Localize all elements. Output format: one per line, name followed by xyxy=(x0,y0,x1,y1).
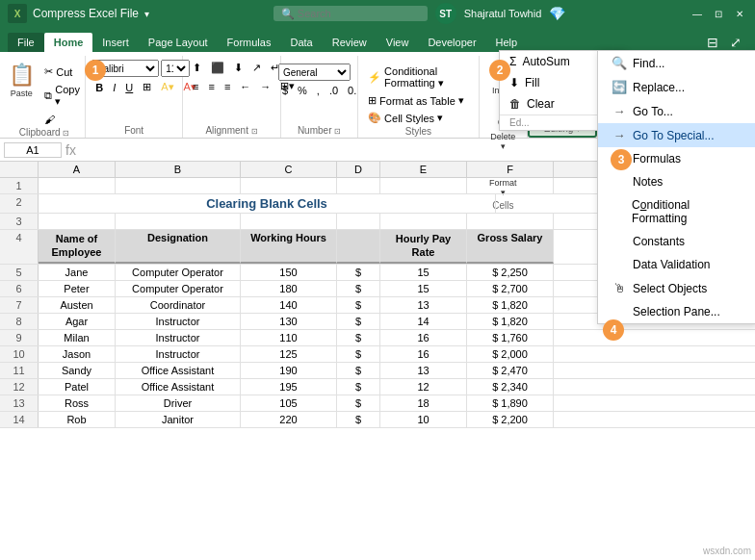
bold-button[interactable]: B xyxy=(91,79,107,95)
cell-1f[interactable] xyxy=(467,178,554,193)
cell-1b[interactable] xyxy=(116,178,241,193)
header-hours[interactable]: Working Hours xyxy=(241,230,337,264)
minimize-button[interactable]: — xyxy=(690,6,705,21)
tab-file[interactable]: File xyxy=(8,33,44,52)
underline-button[interactable]: U xyxy=(121,79,137,95)
title-bar-right: — ⊡ ✕ xyxy=(690,6,747,21)
header-designation[interactable]: Designation xyxy=(116,230,241,264)
tab-view[interactable]: View xyxy=(377,33,419,52)
replace-item[interactable]: 🔄 Replace... xyxy=(598,75,755,99)
align-middle-button[interactable]: ⬛ xyxy=(207,60,228,76)
alignment-group: ⬆ ⬛ ⬇ ↗ ↵ ≡ ≡ ≡ ← → ⊞▾ Alignment ⊡ xyxy=(183,56,281,138)
cell-1d[interactable] xyxy=(337,178,380,193)
dec-inc-button[interactable]: .0 xyxy=(325,83,342,98)
format-as-table-button[interactable]: ⊞ Format as Table ▾ xyxy=(364,92,473,109)
number-label: Number ⊡ xyxy=(298,125,341,138)
tab-formulas[interactable]: Formulas xyxy=(218,33,281,52)
percent-button[interactable]: % xyxy=(294,83,311,98)
restore-button[interactable]: ⊡ xyxy=(711,6,726,21)
fill-down-icon: ⬇ xyxy=(509,76,519,89)
formulas-item[interactable]: Formulas xyxy=(598,147,755,170)
find-select-dropdown: 🔍 Find... 🔄 Replace... → Go To... → Go T… xyxy=(597,50,755,324)
comma-button[interactable]: , xyxy=(313,83,324,98)
fill-color-button[interactable]: A▾ xyxy=(157,79,177,95)
goto-icon: → xyxy=(612,104,627,118)
notes-item[interactable]: Notes xyxy=(598,170,755,193)
title-bar-center: ST Shajratul Towhid 💎 xyxy=(273,3,566,24)
align-left-button[interactable]: ≡ xyxy=(189,78,202,94)
tab-help[interactable]: Help xyxy=(486,33,528,52)
constants-item[interactable]: Constants xyxy=(598,230,755,253)
cell-1e[interactable] xyxy=(380,178,467,193)
conditional-formatting-item[interactable]: Conditional Formatting xyxy=(598,193,755,230)
table-row: 12 Patel Office Assistant 195 $ 12 $ 2,3… xyxy=(0,379,755,395)
tab-insert[interactable]: Insert xyxy=(92,33,139,52)
copy-icon: ⧉ xyxy=(44,89,52,102)
tab-page-layout[interactable]: Page Layout xyxy=(139,33,218,52)
header-rate-dollar[interactable] xyxy=(337,230,380,264)
title-cell[interactable]: Clearing Blank Cells xyxy=(39,194,496,213)
table-row: 9 Milan Instructor 110 $ 16 $ 1,760 xyxy=(0,330,755,346)
ribbon-collapse-button[interactable]: ⊟ xyxy=(701,33,724,52)
align-right-button[interactable]: ≡ xyxy=(221,78,234,94)
orientation-button[interactable]: ↗ xyxy=(248,60,265,76)
col-header-c[interactable]: C xyxy=(241,162,337,177)
select-objects-item[interactable]: 🖱 Select Objects xyxy=(598,276,755,300)
col-header-f[interactable]: F xyxy=(467,162,554,177)
styles-group: ⚡ Conditional Formatting ▾ ⊞ Format as T… xyxy=(358,56,480,138)
font-family-select[interactable]: Calibri xyxy=(91,60,159,77)
align-bottom-button[interactable]: ⬇ xyxy=(230,60,247,76)
col-header-a[interactable]: A xyxy=(39,162,116,177)
header-name[interactable]: Name ofEmployee xyxy=(39,230,116,264)
paste-button[interactable]: 📋 Paste xyxy=(4,60,39,101)
col-header-b[interactable]: B xyxy=(116,162,241,177)
border-button[interactable]: ⊞ xyxy=(139,79,155,95)
italic-button[interactable]: I xyxy=(109,79,119,95)
find-item[interactable]: 🔍 Find... xyxy=(598,51,755,75)
cell-1c[interactable] xyxy=(241,178,337,193)
title-bar: X Compress Excel File ▾ ST Shajratul Tow… xyxy=(0,0,755,27)
title-search[interactable] xyxy=(273,6,428,21)
col-header-d[interactable]: D xyxy=(337,162,380,177)
diamond-icon: 💎 xyxy=(549,6,565,21)
indent-inc-button[interactable]: → xyxy=(256,78,274,94)
cond-fmt-icon: ⚡ xyxy=(368,71,381,84)
header-gross-salary[interactable]: Gross Salary xyxy=(467,230,554,264)
user-name: Shajratul Towhid xyxy=(464,8,542,19)
number-format-select[interactable]: General xyxy=(278,64,351,81)
col-header-e[interactable]: E xyxy=(380,162,467,177)
tab-review[interactable]: Review xyxy=(323,33,377,52)
copy-button[interactable]: ⧉ Copy ▾ xyxy=(40,82,85,110)
cut-button[interactable]: ✂ Cut xyxy=(40,64,85,80)
dropdown-arrow[interactable]: ▾ xyxy=(144,9,149,19)
font-group: Calibri 11 B I U ⊞ A▾ A▾ Font xyxy=(86,56,183,138)
format-painter-button[interactable]: 🖌 xyxy=(40,112,85,127)
cell-styles-icon: 🎨 xyxy=(368,112,381,124)
align-top-button[interactable]: ⬆ xyxy=(189,60,205,76)
close-button[interactable]: ✕ xyxy=(732,6,747,21)
goto-item[interactable]: → Go To... xyxy=(598,99,755,123)
table-row: 11 Sandy Office Assistant 190 $ 13 $ 2,4… xyxy=(0,363,755,379)
table-row: 14 Rob Janitor 220 $ 10 $ 2,200 xyxy=(0,412,755,428)
selection-pane-item[interactable]: Selection Pane... xyxy=(598,300,755,323)
alignment-label: Alignment ⊡ xyxy=(205,125,257,138)
data-validation-item[interactable]: Data Validation xyxy=(598,253,755,276)
align-center-button[interactable]: ≡ xyxy=(204,78,218,94)
indent-dec-button[interactable]: ← xyxy=(236,78,254,94)
currency-button[interactable]: $ xyxy=(278,83,292,98)
watermark: wsxdn.com xyxy=(703,546,751,556)
goto-special-item[interactable]: → Go To Special... xyxy=(598,123,755,147)
name-box[interactable] xyxy=(4,142,62,158)
table-row: 13 Ross Driver 105 $ 18 $ 1,890 xyxy=(0,395,755,412)
header-hourly-pay[interactable]: Hourly PayRate xyxy=(380,230,467,264)
paste-icon: 📋 xyxy=(9,63,35,88)
conditional-formatting-button[interactable]: ⚡ Conditional Formatting ▾ xyxy=(364,64,473,91)
tab-developer[interactable]: Developer xyxy=(418,33,485,52)
cell-styles-button[interactable]: 🎨 Cell Styles ▾ xyxy=(364,110,473,126)
ribbon-expand-button[interactable]: ⤢ xyxy=(724,33,747,52)
find-search-icon: 🔍 xyxy=(612,56,627,70)
cell-1a[interactable] xyxy=(39,178,116,193)
tab-home[interactable]: Home xyxy=(44,33,93,52)
tab-data[interactable]: Data xyxy=(280,33,322,52)
user-badge: ST xyxy=(435,3,456,24)
